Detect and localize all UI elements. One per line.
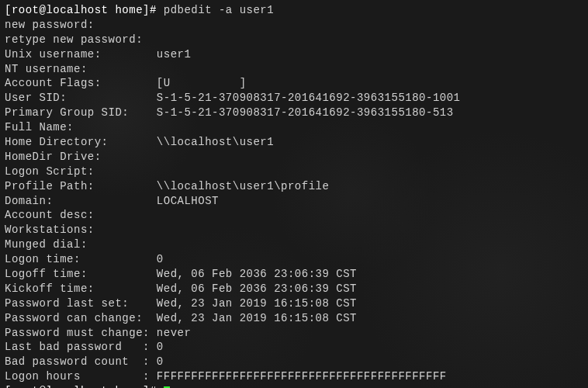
password-must-change-line: Password must change: never	[5, 326, 583, 341]
last-bad-password-line: Last bad password : 0	[5, 340, 583, 355]
password-can-change-line: Password can change: Wed, 23 Jan 2019 16…	[5, 311, 583, 326]
munged-dial-line: Munged dial:	[5, 237, 583, 252]
user-sid-line: User SID: S-1-5-21-370908317-201641692-3…	[5, 91, 583, 106]
logon-hours-line: Logon hours : FFFFFFFFFFFFFFFFFFFFFFFFFF…	[5, 369, 583, 384]
account-desc-line: Account desc:	[5, 208, 583, 223]
prompt-line-2[interactable]: [root@localhost home]#	[5, 384, 583, 388]
workstations-line: Workstations:	[5, 223, 583, 237]
primary-group-sid-line: Primary Group SID: S-1-5-21-370908317-20…	[5, 106, 583, 120]
retype-password-line: retype new password:	[5, 33, 583, 47]
prompt-prefix: [root@localhost home]#	[5, 4, 164, 16]
password-last-set-line: Password last set: Wed, 23 Jan 2019 16:1…	[5, 296, 583, 311]
logoff-time-line: Logoff time: Wed, 06 Feb 2036 23:06:39 C…	[5, 267, 583, 282]
bad-password-count-line: Bad password count : 0	[5, 355, 583, 369]
account-flags-line: Account Flags: [U ]	[5, 76, 583, 91]
prompt-prefix-2: [root@localhost home]#	[5, 385, 164, 388]
nt-username-line: NT username:	[5, 62, 583, 77]
profile-path-line: Profile Path: \\localhost\user1\profile	[5, 179, 583, 194]
command-text: pdbedit -a user1	[164, 4, 274, 16]
logon-script-line: Logon Script:	[5, 165, 583, 179]
new-password-line: new password:	[5, 18, 583, 33]
unix-username-line: Unix username: user1	[5, 47, 583, 62]
prompt-line-1[interactable]: [root@localhost home]# pdbedit -a user1	[5, 3, 583, 18]
homedir-drive-line: HomeDir Drive:	[5, 150, 583, 165]
kickoff-time-line: Kickoff time: Wed, 06 Feb 2036 23:06:39 …	[5, 282, 583, 296]
logon-time-line: Logon time: 0	[5, 252, 583, 267]
full-name-line: Full Name:	[5, 120, 583, 135]
home-directory-line: Home Directory: \\localhost\user1	[5, 135, 583, 150]
domain-line: Domain: LOCALHOST	[5, 194, 583, 209]
